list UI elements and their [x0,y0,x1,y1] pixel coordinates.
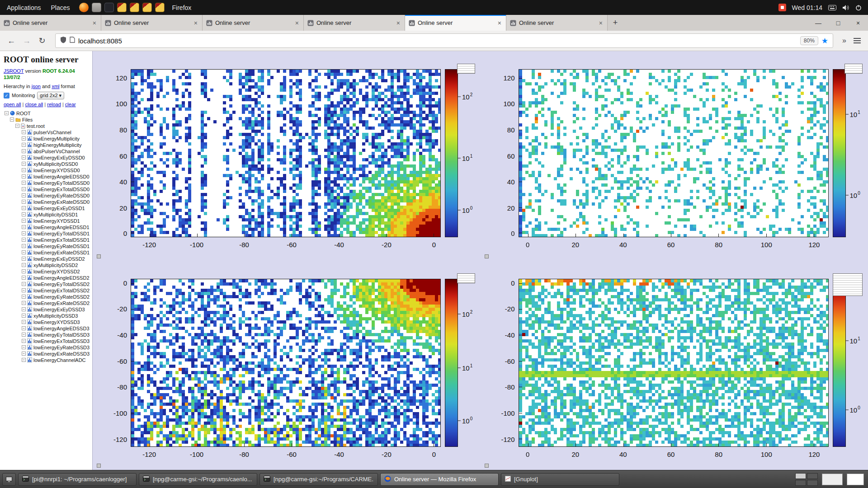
tab-online-server-1[interactable]: Online server× [0,15,101,31]
collapse-expander-icon[interactable]: − [22,333,26,337]
tree-item-lowEnergyExRateDSSD3[interactable]: −lowEnergyExRateDSSD3 [4,351,89,357]
color-palette-bottom-right[interactable] [833,279,846,447]
collapse-expander-icon[interactable]: − [22,345,26,349]
tree-item-lowEnergyExRateDSSD2[interactable]: −lowEnergyExRateDSSD2 [4,300,89,306]
tree-item-lowEnergyXYDSSD0[interactable]: −lowEnergyXYDSSD0 [4,167,89,174]
collapse-expander-icon[interactable]: − [22,200,26,204]
taskbar-window-2[interactable]: [npg@carme-gsi:~/Programs/caenlo... [139,473,257,486]
tree-item-lowEnergyExTotalDSSD0[interactable]: −lowEnergyExTotalDSSD0 [4,186,89,192]
show-desktop-button[interactable] [2,473,16,486]
collapse-expander-icon[interactable]: − [22,276,26,280]
collapse-expander-icon[interactable]: − [22,314,26,318]
close-button[interactable]: × [848,15,868,31]
collapse-expander-icon[interactable]: − [22,326,26,330]
tab-close-icon[interactable]: × [294,19,300,27]
collapse-expander-icon[interactable]: − [22,250,26,254]
tree-item-lowEnergyChannelADC[interactable]: −lowEnergyChannelADC [4,357,89,363]
tree-item-test-root[interactable]: −test.root [4,123,89,129]
taskbar-window-3[interactable]: [npg@carme-gsi:~/Programs/CARME... [259,473,378,486]
collapse-expander-icon[interactable]: − [22,174,26,178]
pad-resize-handle[interactable] [97,254,101,258]
collapse-expander-icon[interactable]: − [22,282,26,286]
monitoring-checkbox[interactable]: ✓ [4,93,9,99]
tree-item-root[interactable]: −ROOT [4,110,89,117]
tree-item-xyMultiplicityDSSD3[interactable]: −xyMultiplicityDSSD3 [4,313,89,319]
terminal-launcher-icon[interactable] [104,3,114,12]
tree-item-files[interactable]: −Files [4,117,89,123]
collapse-expander-icon[interactable]: − [22,155,26,160]
tree-item-lowEnergyEyTotalDSSD1[interactable]: −lowEnergyEyTotalDSSD1 [4,230,89,237]
color-palette-top-left[interactable] [445,69,458,237]
collapse-expander-icon[interactable]: − [22,301,26,305]
tree-item-xyMultiplicityDSSD0[interactable]: −xyMultiplicityDSSD0 [4,161,89,167]
url-text[interactable]: localhost:8085 [78,37,797,45]
overflow-menu-button[interactable]: » [839,37,850,45]
tab-close-icon[interactable]: × [92,19,97,27]
minimize-button[interactable]: — [808,15,828,31]
tree-item-lowEnergyAngleEDSSD0[interactable]: −lowEnergyAngleEDSSD0 [4,174,89,180]
files-launcher-icon[interactable] [92,3,101,12]
collapse-expander-icon[interactable]: − [5,111,9,115]
collapse-expander-icon[interactable]: − [22,295,26,299]
back-button[interactable]: ← [4,33,19,48]
applications-menu[interactable]: Applications [2,0,46,15]
collapse-expander-icon[interactable]: − [22,225,26,229]
workspace-2[interactable] [807,473,818,479]
panel-applet-box[interactable] [822,474,843,485]
address-bar[interactable]: localhost:8085 80% ★ [55,33,833,48]
stats-box[interactable] [833,273,863,296]
collapse-expander-icon[interactable]: − [22,206,26,210]
places-menu[interactable]: Places [46,0,75,15]
collapse-expander-icon[interactable]: − [22,212,26,216]
collapse-expander-icon[interactable]: − [22,263,26,267]
taskbar-window-4[interactable]: Online server — Mozilla Firefox [380,473,499,486]
app-launcher-icon-3[interactable] [142,3,152,12]
tree-item-lowEnergyEyRateDSSD2[interactable]: −lowEnergyEyRateDSSD2 [4,294,89,300]
collapse-expander-icon[interactable]: − [22,244,26,248]
collapse-expander-icon[interactable]: − [22,257,26,261]
histogram-canvas-top-left[interactable] [131,70,440,237]
tree-item-lowEnergyAngleEDSSD1[interactable]: −lowEnergyAngleEDSSD1 [4,224,89,230]
stats-box[interactable] [457,273,475,283]
tree-item-lowEnergyAngleEDSSD2[interactable]: −lowEnergyAngleEDSSD2 [4,275,89,281]
tab-close-icon[interactable]: × [497,19,502,27]
xml-link[interactable]: xml [52,84,59,89]
collapse-expander-icon[interactable]: − [22,320,26,324]
collapse-expander-icon[interactable]: − [22,339,26,343]
shield-icon[interactable] [60,36,66,45]
histogram-canvas-bottom-right[interactable] [519,279,828,446]
collapse-expander-icon[interactable]: − [22,269,26,273]
app-launcher-icon-4[interactable] [155,3,165,12]
collapse-expander-icon[interactable]: − [22,307,26,311]
page-info-icon[interactable] [70,37,75,45]
workspace-3[interactable] [795,480,806,486]
tree-item-lowEnergyAngleEDSSD3[interactable]: −lowEnergyAngleEDSSD3 [4,325,89,332]
reload-button[interactable]: ↻ [34,33,50,48]
tree-item-xyMultiplicityDSSD1[interactable]: −xyMultiplicityDSSD1 [4,211,89,218]
notification-badge-icon[interactable] [778,4,786,11]
power-icon[interactable] [855,5,862,11]
tree-item-lowEnergyXYDSSD1[interactable]: −lowEnergyXYDSSD1 [4,218,89,224]
collapse-expander-icon[interactable]: − [22,130,26,134]
taskbar-window-1[interactable]: [pi@nnrpi1: ~/Programs/caenlogger] [18,473,137,486]
collapse-expander-icon[interactable]: − [22,358,26,362]
open-all-link[interactable]: open all [4,102,21,107]
pad-resize-handle[interactable] [485,254,489,258]
forward-button[interactable]: → [19,33,34,48]
clock[interactable]: Wed 01:14 [792,4,822,11]
collapse-expander-icon[interactable]: − [22,231,26,235]
jsroot-link[interactable]: JSROOT [4,68,24,74]
tree-item-lowEnergyExTotalDSSD2[interactable]: −lowEnergyExTotalDSSD2 [4,287,89,294]
collapse-expander-icon[interactable]: − [22,288,26,292]
tree-item-lowEnergyMultiplicity[interactable]: −lowEnergyMultiplicity [4,136,89,142]
pad-resize-handle[interactable] [485,464,489,468]
clear-link[interactable]: clear [65,102,76,107]
collapse-expander-icon[interactable]: − [22,187,26,191]
collapse-expander-icon[interactable]: − [22,238,26,242]
bookmark-star-icon[interactable]: ★ [821,36,828,46]
histogram-canvas-bottom-left[interactable] [131,279,440,446]
stats-box[interactable] [457,64,475,74]
collapse-expander-icon[interactable]: − [15,124,19,128]
collapse-expander-icon[interactable]: − [10,117,14,122]
tab-online-server-2[interactable]: Online server× [101,15,203,31]
